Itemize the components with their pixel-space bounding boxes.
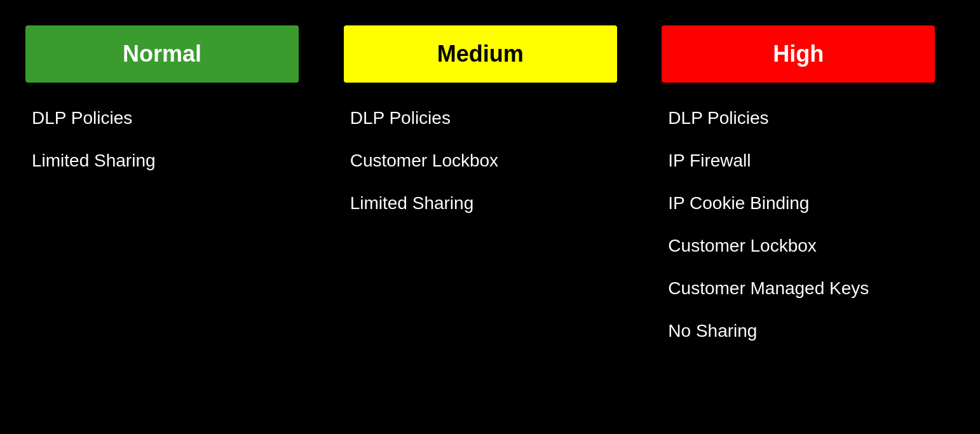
policy-item: Limited Sharing bbox=[344, 193, 637, 214]
policy-item: Customer Lockbox bbox=[662, 236, 955, 256]
column-medium: MediumDLP PoliciesCustomer LockboxLimite… bbox=[331, 25, 650, 409]
policy-item: Customer Managed Keys bbox=[662, 278, 955, 299]
policy-item: DLP Policies bbox=[344, 108, 637, 128]
main-container: NormalDLP PoliciesLimited SharingMediumD… bbox=[0, 0, 980, 434]
badge-medium: Medium bbox=[344, 25, 617, 83]
policy-item: Customer Lockbox bbox=[344, 151, 637, 171]
policy-item: Limited Sharing bbox=[25, 151, 318, 171]
policy-item: IP Cookie Binding bbox=[662, 193, 955, 214]
badge-normal: Normal bbox=[25, 25, 299, 83]
badge-high: High bbox=[662, 25, 935, 83]
policy-item: No Sharing bbox=[662, 321, 955, 341]
policy-item: IP Firewall bbox=[662, 151, 955, 171]
badge-label-high: High bbox=[773, 41, 824, 67]
policy-item: DLP Policies bbox=[662, 108, 955, 128]
badge-label-normal: Normal bbox=[123, 41, 201, 67]
policy-item: DLP Policies bbox=[25, 108, 318, 128]
column-high: HighDLP PoliciesIP FirewallIP Cookie Bin… bbox=[649, 25, 967, 409]
badge-label-medium: Medium bbox=[437, 41, 524, 67]
column-normal: NormalDLP PoliciesLimited Sharing bbox=[13, 25, 331, 409]
